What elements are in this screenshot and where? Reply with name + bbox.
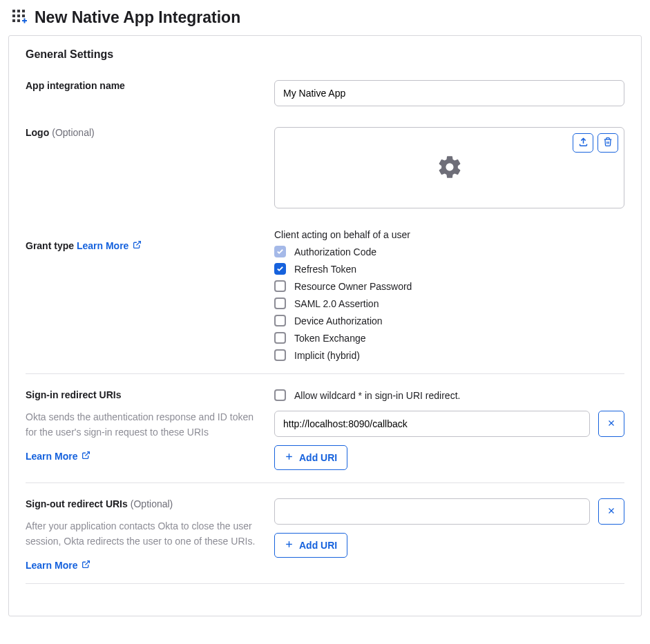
checkbox-icon: [274, 349, 286, 361]
sign-in-uri-input[interactable]: [274, 411, 590, 437]
divider: [26, 482, 624, 483]
external-link-icon: [82, 451, 90, 462]
upload-icon: [578, 137, 589, 149]
grant-option-label: Resource Owner Password: [294, 281, 412, 292]
grant-type-label: Grant type: [26, 240, 74, 251]
sign-out-add-uri-button[interactable]: Add URI: [274, 533, 347, 558]
checkbox-icon: [274, 315, 286, 326]
grant-options: Authorization Code Refresh Token Resourc…: [274, 246, 624, 361]
general-settings-panel: General Settings App integration name Lo…: [8, 35, 642, 616]
sign-out-help: After your application contacts Okta to …: [26, 519, 260, 549]
svg-rect-7: [17, 19, 20, 22]
sign-out-optional: (Optional): [131, 498, 173, 509]
svg-rect-4: [17, 14, 20, 17]
sign-out-uri-remove-button[interactable]: [598, 498, 624, 525]
grant-option-label: SAML 2.0 Assertion: [294, 298, 379, 309]
field-logo: Logo(Optional): [26, 127, 624, 208]
divider: [26, 583, 624, 584]
grant-option-label: Implicit (hybrid): [294, 350, 360, 361]
learn-more-text: Learn More: [26, 451, 77, 462]
grant-option-implicit-hybrid[interactable]: Implicit (hybrid): [274, 349, 624, 361]
sign-in-help: Okta sends the authentication response a…: [26, 410, 260, 440]
grant-option-label: Refresh Token: [294, 264, 356, 275]
svg-rect-9: [24, 19, 26, 23]
checkbox-icon: [274, 263, 286, 275]
divider: [26, 373, 624, 374]
section-heading: General Settings: [26, 48, 624, 61]
svg-rect-3: [12, 14, 15, 17]
add-uri-label: Add URI: [299, 540, 337, 551]
page-header: New Native App Integration: [11, 8, 639, 27]
grant-option-label: Authorization Code: [294, 246, 376, 257]
external-link-icon: [133, 240, 142, 251]
app-grid-icon: [11, 8, 28, 27]
external-link-icon: [82, 560, 90, 571]
grant-option-authorization-code[interactable]: Authorization Code: [274, 246, 624, 257]
plus-icon: [285, 540, 294, 551]
grant-option-refresh-token[interactable]: Refresh Token: [274, 263, 624, 275]
checkbox-icon: [274, 389, 286, 401]
svg-line-18: [86, 561, 90, 565]
field-grant-type: Grant type Learn More Client acting on b…: [26, 229, 624, 361]
grant-learn-more-link[interactable]: Learn More: [77, 240, 142, 251]
logo-label: Logo: [26, 127, 49, 138]
svg-point-11: [447, 164, 451, 168]
grant-option-token-exchange[interactable]: Token Exchange: [274, 332, 624, 344]
sign-in-add-uri-button[interactable]: Add URI: [274, 445, 347, 470]
grant-option-label: Token Exchange: [294, 333, 366, 344]
svg-line-13: [86, 452, 90, 456]
close-icon: [607, 506, 615, 517]
app-name-label: App integration name: [26, 80, 125, 91]
grant-subheading: Client acting on behalf of a user: [274, 229, 624, 240]
close-icon: [607, 418, 615, 429]
allow-wildcard-label: Allow wildcard * in sign-in URI redirect…: [294, 390, 460, 401]
svg-rect-5: [22, 14, 25, 17]
svg-rect-1: [17, 10, 20, 12]
sign-in-uri-remove-button[interactable]: [598, 411, 624, 437]
sign-out-uri-input[interactable]: [274, 498, 590, 525]
learn-more-text: Learn More: [77, 240, 128, 251]
grant-option-device-authorization[interactable]: Device Authorization: [274, 315, 624, 326]
sign-out-label: Sign-out redirect URIs: [26, 498, 128, 509]
app-name-input[interactable]: [274, 80, 624, 106]
svg-line-12: [137, 242, 141, 246]
svg-rect-0: [12, 10, 15, 12]
svg-rect-2: [22, 10, 25, 12]
plus-icon: [285, 452, 294, 463]
grant-option-label: Device Authorization: [294, 315, 383, 326]
sign-in-label: Sign-in redirect URIs: [26, 389, 121, 400]
svg-rect-6: [12, 19, 15, 22]
checkbox-icon: [274, 280, 286, 292]
learn-more-text: Learn More: [26, 560, 77, 571]
checkbox-icon: [274, 297, 286, 309]
sign-in-learn-more-link[interactable]: Learn More: [26, 451, 90, 462]
logo-optional: (Optional): [52, 127, 94, 138]
add-uri-label: Add URI: [299, 452, 337, 463]
logo-delete-button[interactable]: [598, 133, 618, 153]
sign-out-learn-more-link[interactable]: Learn More: [26, 560, 90, 571]
checkbox-icon: [274, 246, 286, 257]
logo-dropzone[interactable]: [274, 127, 624, 208]
trash-icon: [603, 137, 613, 149]
page-title: New Native App Integration: [35, 8, 240, 27]
grant-option-saml-assertion[interactable]: SAML 2.0 Assertion: [274, 297, 624, 309]
field-sign-out-uris: Sign-out redirect URIs(Optional) After y…: [26, 498, 624, 571]
grant-option-resource-owner-password[interactable]: Resource Owner Password: [274, 280, 624, 292]
allow-wildcard-checkbox[interactable]: Allow wildcard * in sign-in URI redirect…: [274, 389, 624, 401]
gear-icon: [437, 154, 463, 182]
field-sign-in-uris: Sign-in redirect URIs Okta sends the aut…: [26, 389, 624, 470]
checkbox-icon: [274, 332, 286, 344]
field-app-name: App integration name: [26, 80, 624, 106]
logo-upload-button[interactable]: [573, 133, 593, 153]
